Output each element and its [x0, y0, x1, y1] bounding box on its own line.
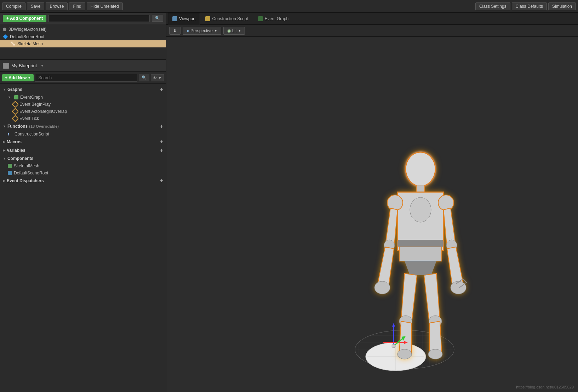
macros-arrow-icon: ▶: [3, 140, 5, 144]
blueprint-search-input[interactable]: [35, 74, 137, 82]
find-button[interactable]: Find: [69, 2, 85, 10]
blueprint-title: My Blueprint: [11, 63, 37, 68]
tree-item-skeletal-mesh[interactable]: 🦴 SkeletalMesh: [0, 40, 166, 47]
event-graph-item[interactable]: ▼ EventGraph: [0, 94, 166, 101]
section-header-components[interactable]: ▼ Components: [0, 155, 166, 162]
svg-rect-9: [397, 240, 443, 247]
blueprint-panel: My Blueprint ▼ + Add New ▼ 🔍 👁 ▼ ▼ Graph…: [0, 60, 166, 392]
svg-point-12: [374, 281, 390, 294]
simulation-button[interactable]: Simulation: [548, 2, 576, 10]
component-search-input[interactable]: [48, 15, 150, 22]
blueprint-search-button[interactable]: 🔍: [139, 74, 149, 81]
svg-marker-23: [404, 341, 408, 344]
blueprint-header-icon: [3, 63, 9, 69]
tab-bar: Viewport Construction Script Event Graph: [166, 13, 578, 25]
bp-default-scene-root-label: DefaultSceneRoot: [14, 171, 48, 175]
svg-point-13: [438, 195, 454, 211]
component-tree: 3DWidgetActor(self) 🔷 DefaultSceneRoot 🦴…: [0, 24, 166, 59]
event-actor-begin-overlap-item[interactable]: Event ActorBeginOverlap: [0, 108, 166, 115]
svg-point-26: [392, 344, 395, 348]
class-defaults-button[interactable]: Class Defaults: [512, 2, 547, 10]
section-header-functions[interactable]: ▼ Functions (18 Overridable) +: [0, 122, 166, 131]
lit-icon: ◉: [227, 28, 231, 33]
viewport-controls: ⬇ ● Perspective ▼ ◉ Lit ▼: [166, 25, 578, 37]
event-dispatchers-arrow-icon: ▶: [3, 179, 5, 183]
event-begin-play-item[interactable]: Event BeginPlay: [0, 101, 166, 108]
svg-point-6: [406, 152, 435, 186]
viewport-dropdown-button[interactable]: ⬇: [169, 27, 181, 35]
bp-skeletal-mesh-item[interactable]: SkeletalMesh: [0, 162, 166, 169]
variables-add-button[interactable]: +: [160, 148, 163, 153]
svg-point-19: [428, 349, 442, 359]
skeletal-mesh-icon: 🦴: [10, 41, 16, 46]
scene-root-icon: 🔷: [3, 34, 8, 39]
event-tick-icon: [12, 115, 19, 122]
bp-default-scene-root-icon: [8, 171, 12, 175]
construction-script-icon: f: [8, 132, 13, 137]
bp-components-label: Components: [7, 156, 33, 161]
components-header: + Add Component 🔍: [0, 13, 166, 24]
section-header-variables[interactable]: ▶ Variables +: [0, 146, 166, 155]
macros-add-button[interactable]: +: [160, 139, 163, 145]
url-bar: https://blog.csdn.net/u012505629: [516, 385, 574, 389]
tab-event-graph[interactable]: Event Graph: [253, 13, 293, 25]
section-header-graphs[interactable]: ▼ Graphs +: [0, 85, 166, 94]
svg-marker-21: [392, 323, 395, 327]
blueprint-collapse-arrow[interactable]: ▼: [40, 64, 44, 68]
add-new-dropdown-arrow: ▼: [28, 76, 31, 80]
construction-script-tab-icon: [205, 16, 210, 21]
viewport-3d[interactable]: https://blog.csdn.net/u012505629: [166, 37, 578, 392]
event-graph-tab-icon: [258, 16, 263, 21]
components-section: + Add Component 🔍 3DWidgetActor(self) 🔷 …: [0, 13, 166, 60]
functions-count: (18 Overridable): [29, 124, 59, 128]
functions-label: Functions: [7, 124, 28, 129]
construction-script-label: ConstructionScript: [15, 132, 49, 137]
tab-viewport[interactable]: Viewport: [168, 13, 200, 25]
perspective-button[interactable]: ● Perspective ▼: [183, 27, 221, 35]
event-graph-label: EventGraph: [20, 95, 43, 100]
event-graph-arrow-icon: ▼: [8, 96, 11, 99]
lit-button[interactable]: ◉ Lit ▼: [223, 27, 245, 35]
blueprint-eye-button[interactable]: 👁 ▼: [151, 74, 164, 81]
event-tick-label: Event Tick: [19, 116, 39, 121]
functions-add-button[interactable]: +: [160, 123, 163, 129]
functions-arrow-icon: ▼: [3, 125, 6, 128]
top-toolbar: Compile Save Browse Find Hide Unrelated …: [0, 0, 578, 13]
component-search-button[interactable]: 🔍: [152, 15, 163, 22]
class-settings-button[interactable]: Class Settings: [475, 2, 510, 10]
construction-script-item[interactable]: f ConstructionScript: [0, 131, 166, 138]
left-panel: + Add Component 🔍 3DWidgetActor(self) 🔷 …: [0, 13, 166, 392]
scene-root-label: DefaultSceneRoot: [10, 34, 44, 39]
bp-default-scene-root-item[interactable]: DefaultSceneRoot: [0, 169, 166, 177]
hide-unrelated-button[interactable]: Hide Unrelated: [87, 2, 123, 10]
event-begin-play-label: Event BeginPlay: [19, 102, 51, 107]
compile-button[interactable]: Compile: [2, 2, 25, 10]
svg-point-15: [451, 281, 466, 294]
event-tick-item[interactable]: Event Tick: [0, 115, 166, 122]
self-item: 3DWidgetActor(self): [0, 25, 166, 33]
svg-point-8: [410, 197, 431, 222]
lit-label: Lit: [232, 28, 237, 33]
transform-gizmo: [379, 321, 408, 350]
tree-item-default-scene-root[interactable]: 🔷 DefaultSceneRoot: [0, 33, 166, 40]
construction-script-tab-label: Construction Script: [212, 16, 248, 21]
add-component-button[interactable]: + Add Component: [3, 15, 46, 22]
save-button[interactable]: Save: [27, 2, 44, 10]
svg-point-17: [397, 349, 412, 359]
viewport-tab-icon: [172, 16, 177, 21]
add-new-button[interactable]: + Add New ▼: [2, 74, 34, 81]
tab-construction-script[interactable]: Construction Script: [201, 13, 252, 25]
graphs-add-button[interactable]: +: [160, 87, 163, 92]
viewport-tab-label: Viewport: [179, 16, 195, 21]
section-header-macros[interactable]: ▶ Macros +: [0, 138, 166, 146]
svg-point-10: [387, 195, 403, 211]
browse-button[interactable]: Browse: [46, 2, 68, 10]
event-dispatchers-add-button[interactable]: +: [160, 178, 163, 184]
graphs-arrow-icon: ▼: [3, 88, 6, 91]
add-new-label: + Add New: [5, 75, 27, 80]
blueprint-header: My Blueprint ▼: [0, 60, 166, 72]
event-begin-play-icon: [12, 101, 19, 108]
section-header-event-dispatchers[interactable]: ▶ Event Dispatchers +: [0, 177, 166, 185]
variables-label: Variables: [7, 148, 25, 153]
blueprint-toolbar: + Add New ▼ 🔍 👁 ▼: [0, 72, 166, 84]
